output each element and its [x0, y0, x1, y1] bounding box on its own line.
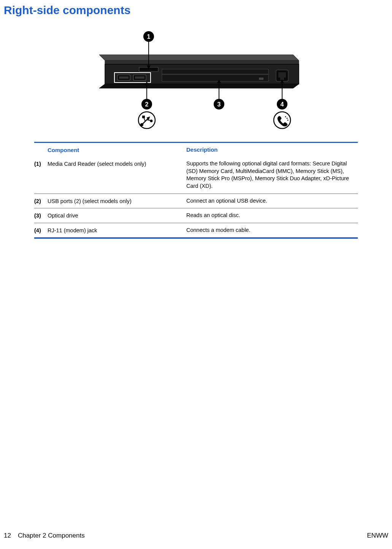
svg-text:3: 3 [217, 101, 221, 108]
svg-point-31 [150, 120, 152, 122]
table-bottom-border [34, 238, 358, 239]
svg-marker-0 [99, 55, 299, 60]
svg-point-41 [285, 116, 286, 117]
section-title: Right-side components [4, 4, 388, 17]
component-diagram: 1 2 3 [4, 24, 388, 132]
svg-rect-9 [135, 76, 144, 79]
row-num: (1) [34, 160, 48, 190]
svg-text:2: 2 [145, 101, 148, 108]
row-component: RJ-11 (modem) jack [48, 227, 186, 234]
svg-rect-14 [278, 72, 286, 78]
chapter-label: Chapter 2 Components [18, 532, 85, 539]
row-num: (4) [34, 227, 48, 234]
table-row: (4) RJ-11 (modem) jack Connects a modem … [34, 223, 358, 238]
svg-rect-10 [162, 69, 268, 81]
page-footer: 12 Chapter 2 Components ENWW [4, 532, 388, 539]
table-row: (1) Media Card Reader (select models onl… [34, 157, 358, 194]
table-row: (2) USB ports (2) (select models only) C… [34, 194, 358, 209]
table-row: (3) Optical drive Reads an optical disc. [34, 208, 358, 223]
svg-rect-7 [119, 76, 129, 79]
components-table: Component Description (1) Media Card Rea… [34, 142, 358, 239]
svg-text:4: 4 [280, 101, 284, 108]
header-description: Description [186, 146, 358, 154]
row-component: USB ports (2) (select models only) [48, 197, 186, 205]
svg-rect-29 [143, 116, 144, 118]
svg-rect-11 [162, 74, 268, 75]
svg-point-42 [286, 118, 287, 119]
table-header-row: Component Description [34, 143, 358, 157]
svg-marker-3 [99, 84, 299, 88]
row-description: Connects a modem cable. [186, 227, 358, 234]
row-component: Media Card Reader (select models only) [48, 160, 186, 190]
row-num: (2) [34, 197, 48, 205]
row-num: (3) [34, 212, 48, 219]
svg-point-26 [141, 124, 143, 126]
svg-text:1: 1 [147, 33, 150, 40]
svg-marker-1 [105, 60, 299, 64]
footer-right: ENWW [367, 532, 388, 539]
row-description: Reads an optical disc. [186, 212, 358, 219]
row-description: Supports the following optional digital … [186, 160, 358, 190]
row-component: Optical drive [48, 212, 186, 219]
row-description: Connect an optional USB device. [186, 197, 358, 205]
page-number: 12 [4, 532, 11, 539]
svg-rect-12 [259, 78, 263, 80]
svg-line-30 [147, 120, 151, 121]
svg-point-43 [287, 120, 288, 121]
header-component: Component [48, 146, 186, 154]
